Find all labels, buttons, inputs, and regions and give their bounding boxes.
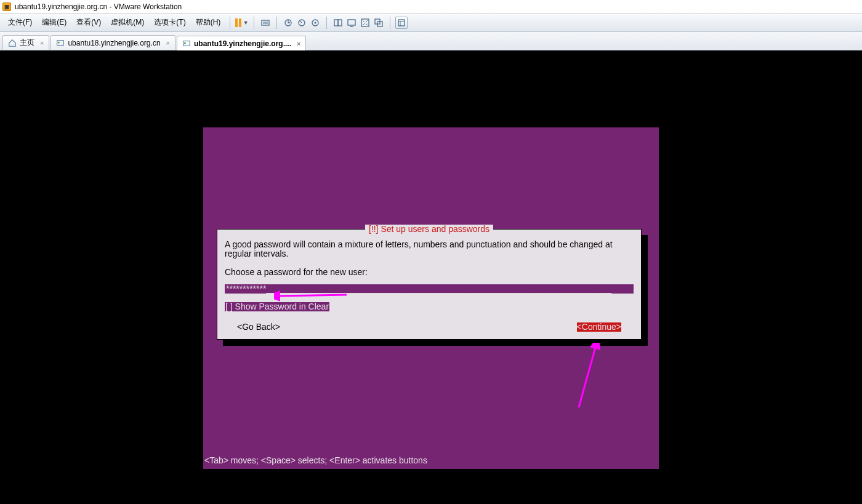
close-icon[interactable]: × (40, 39, 44, 47)
dialog-help-text: A good password will contain a mixture o… (225, 240, 634, 258)
menu-edit[interactable]: 编辑(E) (38, 15, 71, 30)
separator (254, 17, 254, 29)
fullscreen-button[interactable] (359, 17, 371, 29)
manage-snapshots-button[interactable] (309, 17, 321, 29)
svg-rect-7 (334, 20, 338, 26)
unity-button[interactable] (373, 17, 385, 29)
menu-toolbar: 文件(F) 编辑(E) 查看(V) 虚拟机(M) 选项卡(T) 帮助(H) ▼ (0, 14, 862, 32)
vm-viewport[interactable]: [!!] Set up users and passwords A good p… (0, 50, 862, 504)
fit-guest-icon (333, 18, 343, 28)
show-password-checkbox[interactable]: [ ] Show Password in Clear (225, 302, 329, 311)
fullscreen-icon (360, 18, 370, 28)
tab-home[interactable]: 主页 × (2, 35, 49, 50)
menu-help[interactable]: 帮助(H) (191, 15, 225, 30)
window-title: ubantu19.yinzhengjie.org.cn - VMware Wor… (15, 2, 182, 11)
svg-line-22 (579, 345, 596, 407)
home-icon (8, 39, 17, 47)
separator (230, 17, 230, 29)
console-view-button[interactable] (345, 17, 358, 29)
svg-rect-0 (262, 20, 269, 25)
menu-tabs[interactable]: 选项卡(T) (150, 15, 190, 30)
tab-bar: 主页 × ubantu18.yinzhengjie.org.cn × ubant… (0, 32, 862, 50)
vm-icon (56, 39, 65, 47)
keyboard-icon (260, 18, 270, 28)
svg-point-6 (315, 22, 316, 23)
annotation-arrow-continue (566, 343, 603, 410)
menu-view[interactable]: 查看(V) (72, 15, 105, 30)
revert-icon (297, 18, 307, 28)
tab-ubantu19-label: ubantu19.yinzhengjie.org.... (194, 39, 291, 48)
library-button[interactable] (395, 17, 408, 29)
dialog-title: [!!] Set up users and passwords (365, 225, 493, 234)
svg-rect-8 (338, 20, 342, 26)
tab-ubantu18[interactable]: ubantu18.yinzhengjie.org.cn × (50, 35, 175, 50)
close-icon[interactable]: × (297, 40, 300, 47)
vm-screen[interactable]: [!!] Set up users and passwords A good p… (203, 127, 659, 469)
dialog-shadow (223, 340, 648, 346)
svg-rect-9 (348, 20, 355, 25)
console-icon (347, 18, 356, 28)
svg-rect-11 (361, 19, 369, 26)
unity-icon (374, 18, 384, 28)
library-icon (397, 18, 406, 28)
password-input[interactable]: ************____________________________… (225, 284, 634, 294)
vm-icon (182, 39, 191, 48)
separator (276, 17, 277, 29)
menu-file[interactable]: 文件(F) (4, 15, 36, 30)
close-icon[interactable]: × (166, 39, 170, 47)
installer-dialog: [!!] Set up users and passwords A good p… (217, 229, 642, 340)
power-dropdown[interactable]: ▼ (243, 17, 249, 29)
dialog-prompt: Choose a password for the new user: (225, 268, 634, 277)
tab-ubantu18-label: ubantu18.yinzhengjie.org.cn (68, 39, 160, 47)
send-ctrl-alt-del-button[interactable] (259, 17, 272, 29)
pause-button[interactable] (235, 17, 241, 29)
window-title-bar: ▣ ubantu19.yinzhengjie.org.cn - VMware W… (0, 0, 862, 14)
svg-rect-14 (398, 20, 405, 26)
installer-footer-hint: <Tab> moves; <Space> selects; <Enter> ac… (204, 456, 427, 465)
go-back-button[interactable]: <Go Back> (237, 322, 280, 332)
continue-button[interactable]: <Continue> (577, 322, 621, 332)
fit-guest-button[interactable] (332, 17, 344, 29)
manage-icon (310, 18, 320, 28)
tab-home-label: 主页 (20, 38, 34, 48)
snapshot-icon (283, 18, 293, 28)
dialog-shadow (642, 235, 648, 346)
pause-icon (235, 18, 241, 27)
menu-vm[interactable]: 虚拟机(M) (107, 15, 148, 30)
svg-point-20 (184, 42, 186, 44)
snapshot-button[interactable] (282, 17, 294, 29)
revert-snapshot-button[interactable] (296, 17, 308, 29)
vmware-app-icon: ▣ (2, 2, 11, 11)
tab-ubantu19[interactable]: ubantu19.yinzhengjie.org.... × (177, 36, 306, 50)
separator (326, 17, 327, 29)
svg-point-18 (58, 41, 60, 43)
separator (390, 17, 390, 29)
